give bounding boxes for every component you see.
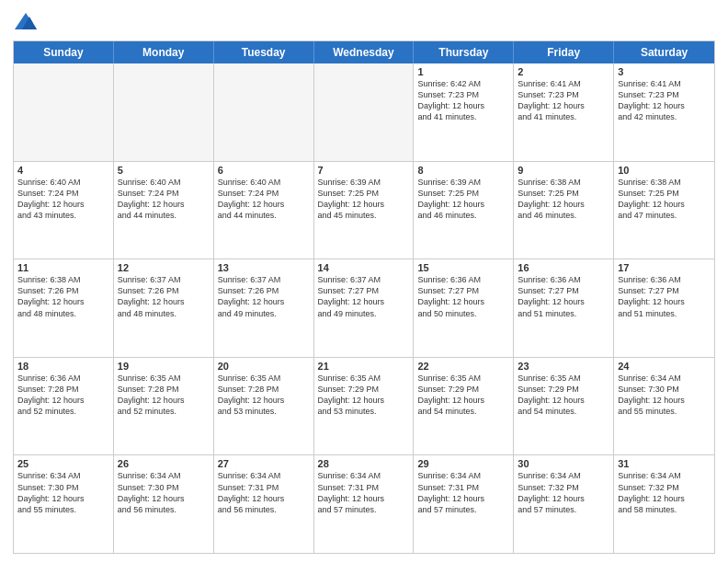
- day-number: 3: [618, 66, 711, 77]
- calendar-cell: 29Sunrise: 6:34 AM Sunset: 7:31 PM Dayli…: [414, 455, 514, 553]
- cell-info: Sunrise: 6:40 AM Sunset: 7:24 PM Dayligh…: [17, 177, 109, 222]
- day-number: 15: [417, 262, 509, 273]
- day-number: 7: [318, 165, 410, 176]
- calendar-row: 25Sunrise: 6:34 AM Sunset: 7:30 PM Dayli…: [14, 455, 714, 553]
- day-number: 17: [618, 262, 711, 273]
- calendar-cell: [114, 63, 214, 161]
- calendar-header: SundayMondayTuesdayWednesdayThursdayFrid…: [14, 41, 714, 63]
- cal-header-day: Monday: [114, 41, 214, 63]
- cell-info: Sunrise: 6:42 AM Sunset: 7:23 PM Dayligh…: [417, 78, 509, 123]
- day-number: 13: [218, 262, 310, 273]
- calendar-cell: 27Sunrise: 6:34 AM Sunset: 7:31 PM Dayli…: [214, 455, 314, 553]
- day-number: 1: [417, 66, 509, 77]
- calendar-cell: 6Sunrise: 6:40 AM Sunset: 7:24 PM Daylig…: [214, 162, 314, 259]
- cell-info: Sunrise: 6:37 AM Sunset: 7:27 PM Dayligh…: [318, 274, 410, 319]
- day-number: 29: [417, 458, 509, 469]
- day-number: 4: [17, 165, 109, 176]
- cell-info: Sunrise: 6:34 AM Sunset: 7:32 PM Dayligh…: [618, 470, 711, 515]
- calendar-cell: 19Sunrise: 6:35 AM Sunset: 7:28 PM Dayli…: [114, 358, 214, 455]
- calendar-row: 1Sunrise: 6:42 AM Sunset: 7:23 PM Daylig…: [14, 63, 714, 162]
- day-number: 16: [518, 262, 609, 273]
- cell-info: Sunrise: 6:39 AM Sunset: 7:25 PM Dayligh…: [417, 177, 509, 222]
- calendar-cell: 1Sunrise: 6:42 AM Sunset: 7:23 PM Daylig…: [414, 63, 514, 161]
- day-number: 30: [518, 458, 609, 469]
- logo: [13, 9, 40, 35]
- cal-header-day: Wednesday: [314, 41, 415, 63]
- calendar-cell: [214, 63, 314, 161]
- day-number: 22: [417, 361, 509, 372]
- cell-info: Sunrise: 6:34 AM Sunset: 7:30 PM Dayligh…: [618, 373, 711, 418]
- cell-info: Sunrise: 6:36 AM Sunset: 7:27 PM Dayligh…: [618, 274, 711, 319]
- calendar-cell: 24Sunrise: 6:34 AM Sunset: 7:30 PM Dayli…: [614, 358, 714, 455]
- cell-info: Sunrise: 6:38 AM Sunset: 7:25 PM Dayligh…: [618, 177, 711, 222]
- logo-icon: [13, 9, 39, 35]
- calendar-row: 18Sunrise: 6:36 AM Sunset: 7:28 PM Dayli…: [14, 358, 714, 456]
- cell-info: Sunrise: 6:34 AM Sunset: 7:30 PM Dayligh…: [118, 470, 210, 515]
- cell-info: Sunrise: 6:35 AM Sunset: 7:29 PM Dayligh…: [518, 373, 609, 418]
- day-number: 23: [518, 361, 609, 372]
- calendar-row: 11Sunrise: 6:38 AM Sunset: 7:26 PM Dayli…: [14, 259, 714, 358]
- calendar-cell: 17Sunrise: 6:36 AM Sunset: 7:27 PM Dayli…: [614, 259, 714, 357]
- cal-header-day: Thursday: [414, 41, 514, 63]
- cell-info: Sunrise: 6:34 AM Sunset: 7:30 PM Dayligh…: [17, 470, 109, 515]
- cell-info: Sunrise: 6:39 AM Sunset: 7:25 PM Dayligh…: [318, 177, 410, 222]
- cell-info: Sunrise: 6:41 AM Sunset: 7:23 PM Dayligh…: [618, 78, 711, 123]
- day-number: 6: [218, 165, 310, 176]
- cell-info: Sunrise: 6:35 AM Sunset: 7:29 PM Dayligh…: [417, 373, 509, 418]
- day-number: 27: [218, 458, 310, 469]
- cell-info: Sunrise: 6:35 AM Sunset: 7:28 PM Dayligh…: [118, 373, 210, 418]
- calendar-cell: 16Sunrise: 6:36 AM Sunset: 7:27 PM Dayli…: [514, 259, 614, 357]
- calendar-cell: [314, 63, 415, 161]
- calendar-cell: 7Sunrise: 6:39 AM Sunset: 7:25 PM Daylig…: [314, 162, 415, 259]
- calendar-row: 4Sunrise: 6:40 AM Sunset: 7:24 PM Daylig…: [14, 162, 714, 260]
- header: [13, 9, 715, 35]
- calendar-cell: 22Sunrise: 6:35 AM Sunset: 7:29 PM Dayli…: [414, 358, 514, 455]
- calendar-cell: 30Sunrise: 6:34 AM Sunset: 7:32 PM Dayli…: [514, 455, 614, 553]
- calendar-cell: 8Sunrise: 6:39 AM Sunset: 7:25 PM Daylig…: [414, 162, 514, 259]
- calendar-cell: 9Sunrise: 6:38 AM Sunset: 7:25 PM Daylig…: [514, 162, 614, 259]
- calendar: SundayMondayTuesdayWednesdayThursdayFrid…: [13, 40, 715, 554]
- cell-info: Sunrise: 6:34 AM Sunset: 7:31 PM Dayligh…: [417, 470, 509, 515]
- day-number: 10: [618, 165, 711, 176]
- calendar-cell: 4Sunrise: 6:40 AM Sunset: 7:24 PM Daylig…: [14, 162, 114, 259]
- calendar-cell: 23Sunrise: 6:35 AM Sunset: 7:29 PM Dayli…: [514, 358, 614, 455]
- cell-info: Sunrise: 6:40 AM Sunset: 7:24 PM Dayligh…: [118, 177, 210, 222]
- day-number: 21: [318, 361, 410, 372]
- cal-header-day: Saturday: [614, 41, 714, 63]
- calendar-cell: 28Sunrise: 6:34 AM Sunset: 7:31 PM Dayli…: [314, 455, 415, 553]
- calendar-cell: 25Sunrise: 6:34 AM Sunset: 7:30 PM Dayli…: [14, 455, 114, 553]
- day-number: 2: [518, 66, 609, 77]
- calendar-cell: 20Sunrise: 6:35 AM Sunset: 7:28 PM Dayli…: [214, 358, 314, 455]
- day-number: 11: [17, 262, 109, 273]
- cell-info: Sunrise: 6:36 AM Sunset: 7:28 PM Dayligh…: [17, 373, 109, 418]
- cell-info: Sunrise: 6:38 AM Sunset: 7:26 PM Dayligh…: [17, 274, 109, 319]
- day-number: 28: [318, 458, 410, 469]
- day-number: 18: [17, 361, 109, 372]
- day-number: 8: [417, 165, 509, 176]
- calendar-cell: 21Sunrise: 6:35 AM Sunset: 7:29 PM Dayli…: [314, 358, 415, 455]
- day-number: 24: [618, 361, 711, 372]
- cell-info: Sunrise: 6:38 AM Sunset: 7:25 PM Dayligh…: [518, 177, 609, 222]
- cell-info: Sunrise: 6:35 AM Sunset: 7:28 PM Dayligh…: [218, 373, 310, 418]
- calendar-cell: 10Sunrise: 6:38 AM Sunset: 7:25 PM Dayli…: [614, 162, 714, 259]
- cell-info: Sunrise: 6:34 AM Sunset: 7:32 PM Dayligh…: [518, 470, 609, 515]
- cell-info: Sunrise: 6:34 AM Sunset: 7:31 PM Dayligh…: [218, 470, 310, 515]
- cell-info: Sunrise: 6:36 AM Sunset: 7:27 PM Dayligh…: [518, 274, 609, 319]
- calendar-cell: 26Sunrise: 6:34 AM Sunset: 7:30 PM Dayli…: [114, 455, 214, 553]
- cell-info: Sunrise: 6:37 AM Sunset: 7:26 PM Dayligh…: [218, 274, 310, 319]
- day-number: 9: [518, 165, 609, 176]
- day-number: 25: [17, 458, 109, 469]
- page: SundayMondayTuesdayWednesdayThursdayFrid…: [0, 0, 728, 563]
- calendar-cell: 11Sunrise: 6:38 AM Sunset: 7:26 PM Dayli…: [14, 259, 114, 357]
- calendar-cell: 5Sunrise: 6:40 AM Sunset: 7:24 PM Daylig…: [114, 162, 214, 259]
- cell-info: Sunrise: 6:34 AM Sunset: 7:31 PM Dayligh…: [318, 470, 410, 515]
- calendar-cell: 13Sunrise: 6:37 AM Sunset: 7:26 PM Dayli…: [214, 259, 314, 357]
- day-number: 12: [118, 262, 210, 273]
- calendar-cell: 31Sunrise: 6:34 AM Sunset: 7:32 PM Dayli…: [614, 455, 714, 553]
- calendar-cell: 2Sunrise: 6:41 AM Sunset: 7:23 PM Daylig…: [514, 63, 614, 161]
- day-number: 19: [118, 361, 210, 372]
- cell-info: Sunrise: 6:35 AM Sunset: 7:29 PM Dayligh…: [318, 373, 410, 418]
- cell-info: Sunrise: 6:37 AM Sunset: 7:26 PM Dayligh…: [118, 274, 210, 319]
- calendar-cell: 15Sunrise: 6:36 AM Sunset: 7:27 PM Dayli…: [414, 259, 514, 357]
- calendar-cell: [14, 63, 114, 161]
